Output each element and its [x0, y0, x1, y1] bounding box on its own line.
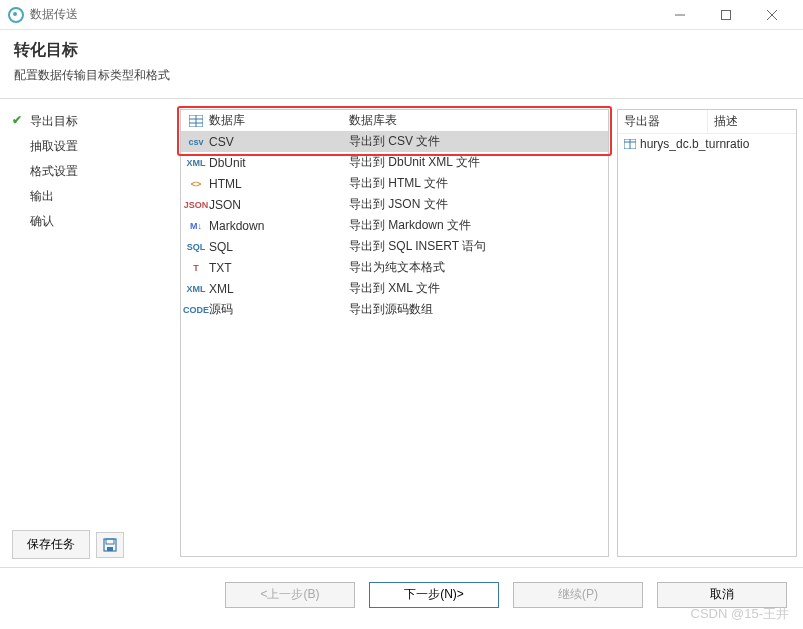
csv-icon: csv: [187, 137, 205, 147]
xml-icon: XML: [187, 284, 205, 294]
maximize-icon: [721, 10, 731, 20]
minimize-button[interactable]: [657, 0, 703, 30]
step-export-target[interactable]: 导出目标: [0, 109, 180, 134]
close-button[interactable]: [749, 0, 795, 30]
format-desc: 导出到 SQL INSERT 语句: [349, 238, 602, 255]
format-row-database[interactable]: 数据库 数据库表: [181, 110, 608, 131]
format-name: HTML: [209, 177, 349, 191]
step-extract-settings[interactable]: 抽取设置: [0, 134, 180, 159]
format-row-markdown[interactable]: M↓ Markdown 导出到 Markdown 文件: [181, 215, 608, 236]
page-title: 转化目标: [14, 40, 789, 61]
format-list: 数据库 数据库表 csv CSV 导出到 CSV 文件 XML DbUnit 导…: [181, 110, 608, 320]
step-format-settings[interactable]: 格式设置: [0, 159, 180, 184]
format-row-sql[interactable]: SQL SQL 导出到 SQL INSERT 语句: [181, 236, 608, 257]
step-label: 输出: [30, 189, 54, 203]
save-task-row: 保存任务: [12, 530, 124, 559]
format-name: TXT: [209, 261, 349, 275]
step-confirm[interactable]: 确认: [0, 209, 180, 234]
code-icon: CODE: [187, 305, 205, 315]
maximize-button[interactable]: [703, 0, 749, 30]
format-desc: 导出到 DbUnit XML 文件: [349, 154, 602, 171]
exporter-col-name: 导出器: [618, 110, 708, 133]
window-title: 数据传送: [30, 6, 657, 23]
wizard-footer: <上一步(B) 下一步(N)> 继续(P) 取消: [0, 567, 803, 621]
save-task-button[interactable]: 保存任务: [12, 530, 90, 559]
format-name: JSON: [209, 198, 349, 212]
format-name: SQL: [209, 240, 349, 254]
cancel-button[interactable]: 取消: [657, 582, 787, 608]
format-desc: 导出到 Markdown 文件: [349, 217, 602, 234]
format-desc: 导出到 CSV 文件: [349, 133, 602, 150]
database-icon: [187, 115, 205, 127]
txt-icon: T: [187, 263, 205, 273]
step-label: 导出目标: [30, 114, 78, 128]
format-name: Markdown: [209, 219, 349, 233]
format-name: 数据库: [209, 112, 349, 129]
app-icon: [8, 7, 24, 23]
markdown-icon: M↓: [187, 221, 205, 231]
format-row-txt[interactable]: T TXT 导出为纯文本格式: [181, 257, 608, 278]
body: 导出目标 抽取设置 格式设置 输出 确认 保存任务 数据库 数据库表 csv: [0, 99, 803, 567]
html-icon: <>: [187, 179, 205, 189]
format-desc: 数据库表: [349, 112, 602, 129]
format-row-source[interactable]: CODE 源码 导出到源码数组: [181, 299, 608, 320]
window-controls: [657, 0, 795, 30]
format-name: CSV: [209, 135, 349, 149]
exporter-item-label: hurys_dc.b_turnratio: [640, 137, 749, 151]
exporter-header: 导出器 描述: [618, 110, 796, 134]
step-label: 抽取设置: [30, 139, 78, 153]
next-button[interactable]: 下一步(N)>: [369, 582, 499, 608]
svg-rect-2: [106, 539, 114, 544]
json-icon: JSON: [187, 200, 205, 210]
step-output[interactable]: 输出: [0, 184, 180, 209]
format-name: XML: [209, 282, 349, 296]
exporter-panel: 导出器 描述 hurys_dc.b_turnratio: [617, 109, 797, 557]
format-row-dbunit[interactable]: XML DbUnit 导出到 DbUnit XML 文件: [181, 152, 608, 173]
sql-icon: SQL: [187, 242, 205, 252]
svg-rect-0: [722, 10, 731, 19]
format-row-xml[interactable]: XML XML 导出到 XML 文件: [181, 278, 608, 299]
xml-icon: XML: [187, 158, 205, 168]
page-subtitle: 配置数据传输目标类型和格式: [14, 67, 789, 84]
exporter-item[interactable]: hurys_dc.b_turnratio: [618, 134, 796, 154]
format-name: 源码: [209, 301, 349, 318]
save-task-icon-button[interactable]: [96, 532, 124, 558]
page-header: 转化目标 配置数据传输目标类型和格式: [0, 30, 803, 99]
close-icon: [767, 10, 777, 20]
wizard-steps-sidebar: 导出目标 抽取设置 格式设置 输出 确认 保存任务: [0, 99, 180, 567]
step-label: 确认: [30, 214, 54, 228]
minimize-icon: [675, 10, 685, 20]
format-desc: 导出到源码数组: [349, 301, 602, 318]
format-desc: 导出为纯文本格式: [349, 259, 602, 276]
format-desc: 导出到 JSON 文件: [349, 196, 602, 213]
save-icon: [103, 538, 117, 552]
titlebar: 数据传送: [0, 0, 803, 30]
format-desc: 导出到 HTML 文件: [349, 175, 602, 192]
step-label: 格式设置: [30, 164, 78, 178]
format-row-csv[interactable]: csv CSV 导出到 CSV 文件: [181, 131, 608, 152]
format-desc: 导出到 XML 文件: [349, 280, 602, 297]
format-row-json[interactable]: JSON JSON 导出到 JSON 文件: [181, 194, 608, 215]
format-list-panel: 数据库 数据库表 csv CSV 导出到 CSV 文件 XML DbUnit 导…: [180, 109, 609, 557]
exporter-col-desc: 描述: [708, 110, 797, 133]
format-name: DbUnit: [209, 156, 349, 170]
main-area: 数据库 数据库表 csv CSV 导出到 CSV 文件 XML DbUnit 导…: [180, 99, 803, 567]
svg-rect-3: [107, 547, 113, 551]
back-button[interactable]: <上一步(B): [225, 582, 355, 608]
continue-button[interactable]: 继续(P): [513, 582, 643, 608]
format-row-html[interactable]: <> HTML 导出到 HTML 文件: [181, 173, 608, 194]
table-icon: [624, 139, 636, 149]
